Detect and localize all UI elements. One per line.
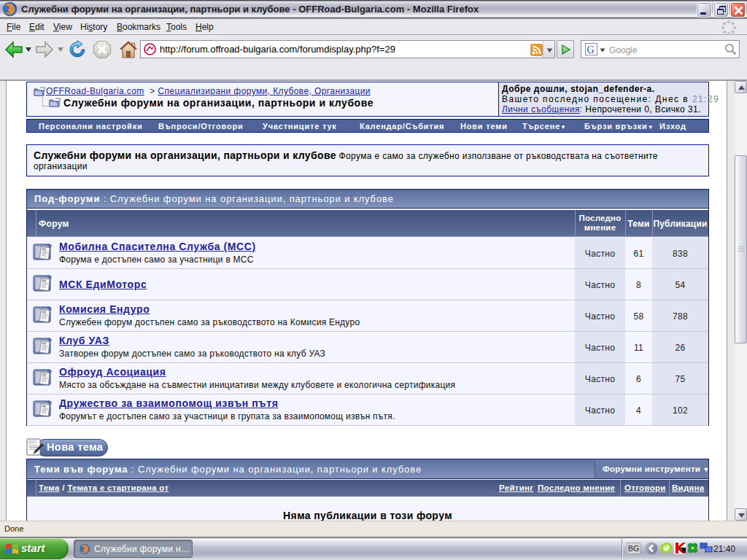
svg-text:G: G — [587, 44, 595, 55]
